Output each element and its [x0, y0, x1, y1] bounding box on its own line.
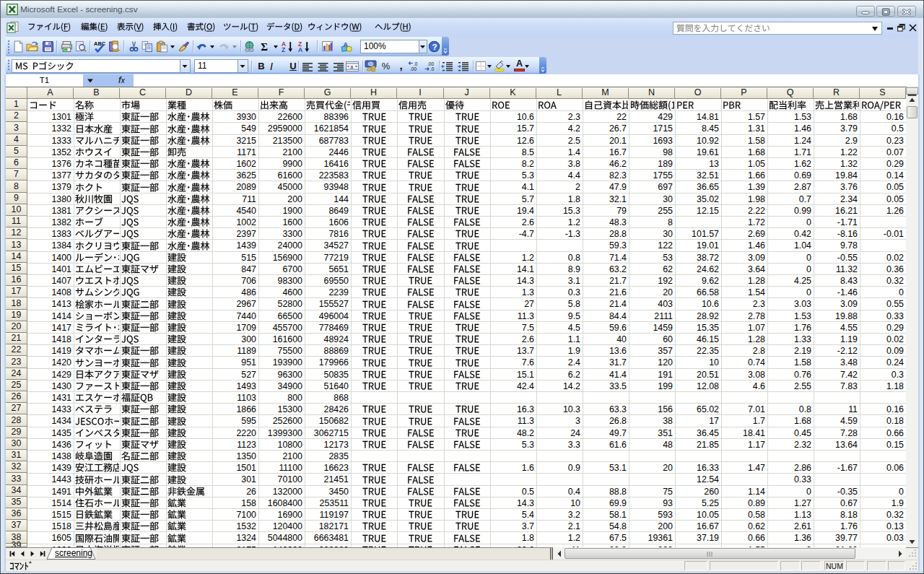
svg-text:.0: .0: [430, 66, 435, 71]
svg-text:.00: .00: [410, 66, 417, 71]
svg-text:A: A: [298, 46, 302, 53]
svg-text:ABC: ABC: [94, 40, 105, 47]
svg-text:a: a: [350, 64, 353, 69]
svg-text:A: A: [343, 40, 348, 48]
svg-text:?: ?: [432, 42, 437, 51]
svg-text:Z: Z: [282, 46, 285, 53]
svg-text:.0: .0: [414, 61, 418, 66]
svg-text:.00: .00: [427, 61, 434, 66]
svg-text:Σ: Σ: [261, 41, 268, 53]
